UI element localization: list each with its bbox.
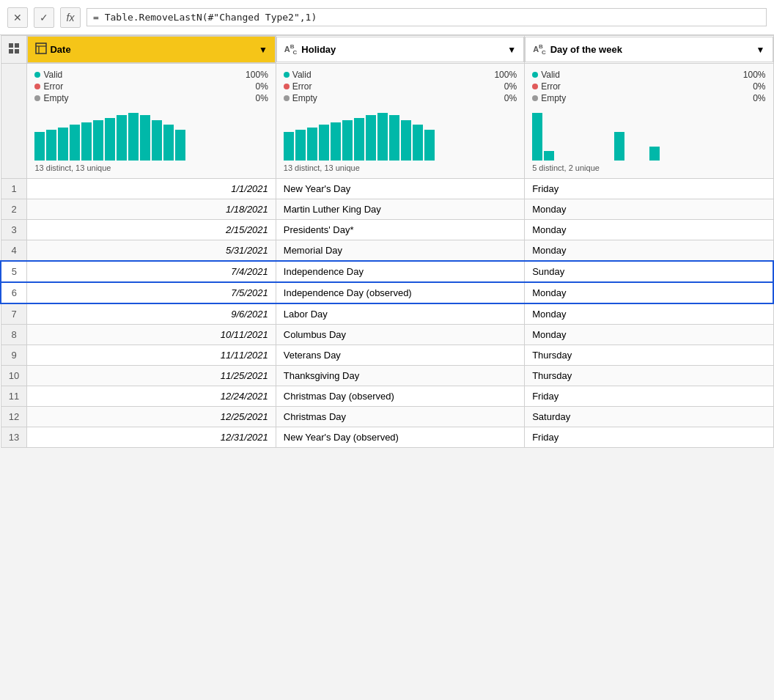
empty-pct-date: 0% [255, 93, 268, 103]
table-container: Date ▼ ABC Holiday ▼ [0, 35, 774, 448]
empty-dot-dow [532, 95, 538, 101]
bar [532, 113, 542, 161]
grid-icon [7, 42, 21, 55]
table-row[interactable]: 810/11/2021Columbus DayMonday [1, 325, 773, 345]
dow-cell: Monday [525, 282, 773, 303]
error-label-date: Error [43, 81, 63, 92]
table-row[interactable]: 1011/25/2021Thanksgiving DayThursday [1, 366, 773, 386]
date-col-dropdown[interactable]: ▼ [259, 45, 268, 55]
holiday-bar-chart [284, 109, 517, 161]
bar [152, 120, 162, 161]
bar [331, 122, 341, 161]
bar [389, 115, 399, 161]
holiday-cell: Thanksgiving Day [276, 366, 524, 386]
table-row[interactable]: 1212/25/2021Christmas DaySaturday [1, 407, 773, 427]
row-number: 2 [1, 199, 27, 220]
svg-rect-4 [36, 43, 46, 54]
table-row[interactable]: 79/6/2021Labor DayMonday [1, 303, 773, 325]
fx-button[interactable]: fx [60, 7, 81, 28]
holiday-cell: New Year's Day (observed) [276, 427, 524, 448]
empty-label-holiday: Empty [292, 93, 317, 103]
dow-col-dropdown[interactable]: ▼ [756, 45, 765, 55]
table-row[interactable]: 45/31/2021Memorial DayMonday [1, 240, 773, 262]
abc-icon-holiday: ABC [284, 43, 299, 56]
holiday-cell: Veterans Day [276, 345, 524, 366]
dow-cell: Friday [525, 427, 773, 448]
holiday-column-header[interactable]: ABC Holiday ▼ [276, 36, 524, 64]
bar [105, 118, 115, 161]
date-cell: 11/11/2021 [27, 345, 276, 366]
dow-stats-cell: Valid 100% Error 0% Empty 0% 5 distinc [525, 64, 773, 179]
table-row[interactable]: 1112/24/2021Christmas Day (observed)Frid… [1, 386, 773, 407]
dow-cell: Monday [525, 325, 773, 345]
dow-cell: Friday [525, 179, 773, 199]
formula-bar: ✕ ✓ fx [0, 0, 774, 35]
cancel-button[interactable]: ✕ [7, 7, 28, 28]
date-cell: 7/5/2021 [27, 282, 276, 303]
date-stats-cell: Valid 100% Error 0% Empty 0% 13 distin [27, 64, 276, 179]
table-row[interactable]: 11/1/2021New Year's DayFriday [1, 179, 773, 199]
valid-pct-holiday: 100% [494, 70, 517, 80]
table-row[interactable]: 21/18/2021Martin Luther King DayMonday [1, 199, 773, 220]
row-number: 6 [1, 282, 27, 303]
stats-header-row: Valid 100% Error 0% Empty 0% 13 distin [1, 64, 773, 179]
table-body: 11/1/2021New Year's DayFriday21/18/2021M… [1, 179, 773, 448]
stats-row-num [1, 64, 27, 179]
holiday-cell: Memorial Day [276, 240, 524, 262]
bar [46, 130, 56, 161]
bar [544, 151, 554, 161]
svg-rect-2 [9, 49, 13, 54]
holiday-cell: Christmas Day (observed) [276, 386, 524, 407]
formula-input[interactable] [86, 8, 767, 26]
row-number: 1 [1, 179, 27, 199]
table-row[interactable]: 32/15/2021Presidents' Day*Monday [1, 220, 773, 240]
error-dot-date [34, 84, 40, 89]
date-cell: 5/31/2021 [27, 240, 276, 262]
error-pct-holiday: 0% [504, 81, 517, 92]
bar [366, 115, 376, 161]
row-number: 5 [1, 261, 27, 282]
empty-label-date: Empty [43, 93, 68, 103]
table-icon [35, 43, 47, 56]
row-number: 3 [1, 220, 27, 240]
holiday-cell: New Year's Day [276, 179, 524, 199]
holiday-col-dropdown[interactable]: ▼ [507, 45, 516, 55]
table-row[interactable]: 67/5/2021Independence Day (observed)Mond… [1, 282, 773, 303]
table-row[interactable]: 57/4/2021Independence DaySunday [1, 261, 773, 282]
date-cell: 12/31/2021 [27, 427, 276, 448]
date-cell: 12/24/2021 [27, 386, 276, 407]
error-dot-holiday [284, 84, 290, 89]
date-cell: 11/25/2021 [27, 366, 276, 386]
data-table: Date ▼ ABC Holiday ▼ [0, 35, 774, 448]
holiday-cell: Columbus Day [276, 325, 524, 345]
bar [319, 125, 329, 161]
dow-cell: Friday [525, 386, 773, 407]
svg-rect-1 [15, 43, 19, 48]
dow-col-label: Day of the week [550, 44, 622, 55]
confirm-button[interactable]: ✓ [34, 7, 54, 28]
dow-column-header[interactable]: ABC Day of the week ▼ [525, 36, 773, 64]
date-bar-chart [34, 109, 268, 161]
row-number: 12 [1, 407, 27, 427]
holiday-cell: Christmas Day [276, 407, 524, 427]
holiday-distinct-label: 13 distinct, 13 unique [284, 163, 517, 172]
bar [307, 128, 317, 161]
error-label-dow: Error [541, 81, 561, 92]
bar [128, 113, 139, 161]
row-number: 9 [1, 345, 27, 366]
table-row[interactable]: 1312/31/2021New Year's Day (observed)Fri… [1, 427, 773, 448]
valid-label-date: Valid [43, 70, 62, 80]
bar [342, 120, 353, 161]
row-number: 13 [1, 427, 27, 448]
date-cell: 9/6/2021 [27, 303, 276, 325]
svg-rect-3 [15, 49, 19, 54]
valid-pct-date: 100% [246, 70, 268, 80]
error-pct-dow: 0% [753, 81, 765, 92]
dow-cell: Monday [525, 240, 773, 262]
holiday-cell: Presidents' Day* [276, 220, 524, 240]
date-column-header[interactable]: Date ▼ [27, 36, 276, 64]
error-dot-dow [532, 84, 538, 89]
table-row[interactable]: 911/11/2021Veterans DayThursday [1, 345, 773, 366]
error-label-holiday: Error [292, 81, 312, 92]
row-number: 11 [1, 386, 27, 407]
